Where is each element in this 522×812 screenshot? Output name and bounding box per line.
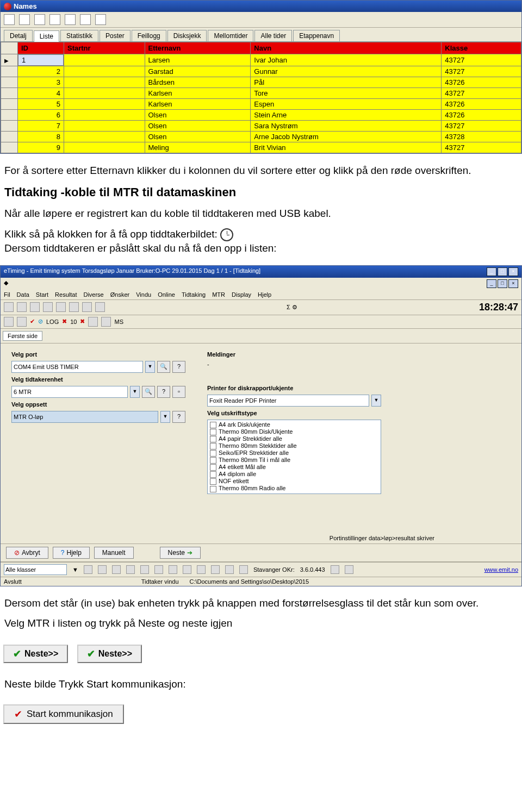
list-item[interactable]: Thermo 80mm Til i mål alle: [209, 457, 380, 464]
list-item[interactable]: A4 papir Strekktider alle: [209, 435, 380, 442]
chevron-down-icon[interactable]: ▼: [160, 411, 170, 423]
print-icon[interactable]: [19, 14, 30, 25]
tab-alle tider[interactable]: Alle tider: [254, 30, 292, 41]
tb-icon[interactable]: [17, 317, 27, 327]
user-icon[interactable]: [65, 14, 76, 25]
tab-etappenavn[interactable]: Etappenavn: [293, 30, 340, 41]
table-row[interactable]: 9MelingBrit Vivian43727: [1, 142, 521, 153]
status-icon[interactable]: [140, 565, 149, 574]
status-icon[interactable]: [169, 565, 177, 574]
status-icon[interactable]: [197, 565, 206, 574]
menu-display[interactable]: Display: [232, 291, 251, 298]
list-item[interactable]: NOF etikett: [209, 478, 380, 485]
tb-icon[interactable]: [56, 302, 66, 312]
menu-diverse[interactable]: Diverse: [83, 291, 103, 298]
menu-tidtaking[interactable]: Tidtaking: [182, 291, 206, 298]
table-row[interactable]: 7OlsenSara Nystrøm43727: [1, 121, 521, 132]
tb-icon[interactable]: [95, 302, 105, 312]
table-row[interactable]: 5KarlsenEspen43726: [1, 99, 521, 110]
menu-resultat[interactable]: Resultat: [55, 291, 77, 298]
avbryt-button[interactable]: ⊘Avbryt: [6, 547, 48, 559]
tb-icon[interactable]: [69, 302, 79, 312]
port-select[interactable]: [11, 361, 143, 373]
list-item[interactable]: A4 ark Disk/ukjente: [209, 421, 380, 428]
neste-button-2[interactable]: ✔Neste>>: [77, 645, 142, 663]
status-icon[interactable]: [331, 565, 339, 574]
col-navn[interactable]: Navn: [251, 42, 442, 54]
menu-hjelp[interactable]: Hjelp: [258, 291, 271, 298]
menu-ønsker[interactable]: Ønsker: [110, 291, 129, 298]
list-item[interactable]: Seiko/EPR Strekktider alle: [209, 449, 380, 457]
magnify-icon[interactable]: 🔍: [142, 386, 155, 398]
neste-button[interactable]: Neste➔: [160, 547, 201, 559]
extra-icon[interactable]: ▫: [172, 386, 185, 398]
table-row[interactable]: 4KarlsenTore43727: [1, 88, 521, 99]
help-icon[interactable]: ?: [172, 411, 185, 423]
neste-button-1[interactable]: ✔Neste>>: [3, 645, 68, 663]
menu-mtr[interactable]: MTR: [212, 291, 225, 298]
status-icon[interactable]: [211, 565, 220, 574]
tb-icon[interactable]: [43, 302, 53, 312]
enhet-select[interactable]: [11, 386, 128, 398]
table-row[interactable]: 1LarsenIvar Johan43727: [1, 54, 521, 66]
table-row[interactable]: 3BårdsenPål43726: [1, 77, 521, 88]
help-icon[interactable]: ?: [172, 361, 185, 373]
col-startnr[interactable]: Startnr: [64, 42, 145, 54]
tb-icon[interactable]: [4, 317, 14, 327]
card-icon[interactable]: [34, 14, 45, 25]
col-id[interactable]: ID: [18, 42, 64, 54]
tb-icon[interactable]: [30, 302, 40, 312]
tab-mellomtider[interactable]: Mellomtider: [208, 30, 253, 41]
col-etternavn[interactable]: Etternavn: [145, 42, 251, 54]
tb-ms[interactable]: MS: [114, 318, 123, 325]
status-icon[interactable]: [112, 565, 121, 574]
help-icon[interactable]: ?: [157, 386, 170, 398]
menu-online[interactable]: Online: [158, 291, 175, 298]
chevron-down-icon[interactable]: ▼: [130, 386, 140, 398]
tab-first-page[interactable]: Første side: [3, 331, 42, 341]
chevron-down-icon[interactable]: ▼: [371, 395, 381, 407]
menu-vindu[interactable]: Vindu: [136, 291, 151, 298]
col-klasse[interactable]: Klasse: [442, 42, 521, 54]
tb-icon[interactable]: [88, 317, 98, 327]
tool-icon[interactable]: [80, 14, 91, 25]
emit-link[interactable]: www.emit.no: [484, 566, 518, 573]
start-kommunikasjon-button[interactable]: ✔Start kommunikasjon: [3, 704, 124, 724]
status-icon[interactable]: [225, 565, 234, 574]
list-item[interactable]: Thermo 80mm Disk/Ukjente: [209, 428, 380, 435]
hjelp-button[interactable]: ?Hjelp: [53, 547, 90, 559]
table-row[interactable]: 6OlsenStein Arne43726: [1, 110, 521, 121]
mdi-max-icon[interactable]: □: [498, 279, 507, 288]
list-item[interactable]: Thermo 80mm Radio alle: [209, 485, 380, 492]
status-icon[interactable]: [126, 565, 135, 574]
klasser-select[interactable]: [4, 564, 67, 575]
list-item[interactable]: A4 etikett Mål alle: [209, 464, 380, 471]
tb-icon[interactable]: [101, 317, 111, 327]
utskrift-list[interactable]: A4 ark Disk/ukjenteThermo 80mm Disk/Ukje…: [207, 420, 381, 494]
close-icon[interactable]: ×: [508, 267, 518, 276]
menu-data[interactable]: Data: [17, 291, 29, 298]
status-icon[interactable]: [84, 565, 92, 574]
status-icon[interactable]: [154, 565, 163, 574]
table-row[interactable]: 8OlsenArne Jacob Nystrøm43728: [1, 132, 521, 142]
tb-icon[interactable]: [4, 302, 14, 312]
refresh-icon[interactable]: [95, 14, 106, 25]
save-icon[interactable]: [4, 14, 15, 25]
list-item[interactable]: Thermo 80mm Stekktider alle: [209, 442, 380, 449]
mdi-min-icon[interactable]: _: [487, 279, 496, 288]
mail-icon[interactable]: [49, 14, 60, 25]
tb-icon[interactable]: [82, 302, 92, 312]
status-icon[interactable]: [239, 565, 248, 574]
tab-poster[interactable]: Poster: [100, 30, 130, 41]
status-icon[interactable]: [345, 565, 353, 574]
chevron-down-icon[interactable]: ▼: [72, 566, 78, 573]
tab-disksjekk[interactable]: Disksjekk: [167, 30, 207, 41]
table-row[interactable]: 2GarstadGunnar43727: [1, 66, 521, 77]
minimize-icon[interactable]: _: [487, 267, 496, 276]
chevron-down-icon[interactable]: ▼: [145, 361, 155, 373]
magnify-icon[interactable]: 🔍: [157, 361, 170, 373]
tab-detalj[interactable]: Detalj: [4, 30, 33, 41]
printer-select[interactable]: [207, 395, 369, 407]
tab-statistikk[interactable]: Statistikk: [60, 30, 98, 41]
status-icon[interactable]: [98, 565, 107, 574]
